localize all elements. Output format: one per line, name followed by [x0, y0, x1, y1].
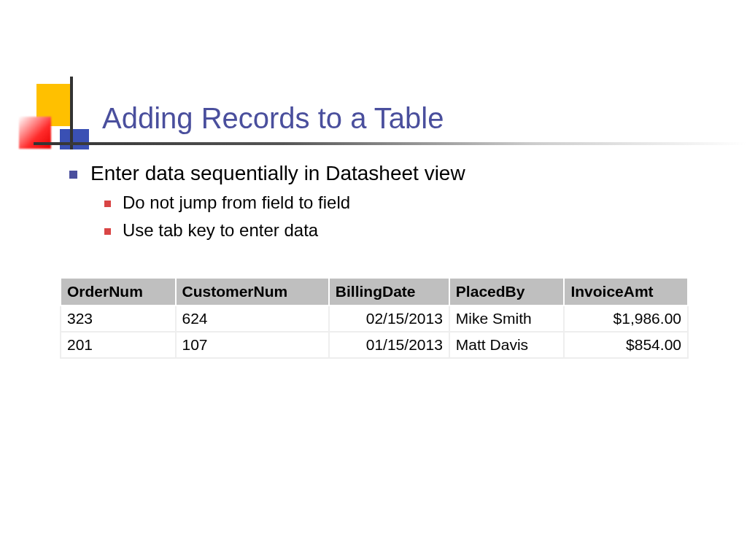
- col-invoiceamt: InvoiceAmt: [564, 278, 688, 306]
- slide-corner-decoration: [15, 77, 102, 149]
- col-placedby: PlacedBy: [449, 278, 565, 306]
- slide-title: Adding Records to a Table: [102, 102, 444, 135]
- cell-invoiceamt: $1,986.00: [564, 306, 688, 332]
- bullet-square-icon: [104, 201, 111, 207]
- cell-placedby: Matt Davis: [449, 332, 565, 358]
- col-ordernum: OrderNum: [61, 278, 176, 306]
- table-header-row: OrderNum CustomerNum BillingDate PlacedB…: [61, 278, 688, 306]
- col-customernum: CustomerNum: [176, 278, 329, 306]
- table-row: 201 107 01/15/2013 Matt Davis $854.00: [61, 332, 688, 358]
- cell-ordernum: 201: [61, 332, 176, 358]
- cell-customernum: 624: [176, 306, 329, 332]
- cell-billingdate: 02/15/2013: [329, 306, 449, 332]
- horizontal-rule: [34, 142, 747, 145]
- cell-billingdate: 01/15/2013: [329, 332, 449, 358]
- table-row: 323 624 02/15/2013 Mike Smith $1,986.00: [61, 306, 688, 332]
- cell-customernum: 107: [176, 332, 329, 358]
- slide-body: Enter data sequentially in Datasheet vie…: [69, 162, 718, 248]
- bullet-level2: Use tab key to enter data: [104, 220, 718, 241]
- bullet-text: Use tab key to enter data: [123, 220, 318, 241]
- data-table: OrderNum CustomerNum BillingDate PlacedB…: [60, 277, 689, 359]
- cell-invoiceamt: $854.00: [564, 332, 688, 358]
- bullet-text: Do not jump from field to field: [123, 192, 350, 213]
- bullet-square-icon: [104, 228, 111, 235]
- bullet-level2: Do not jump from field to field: [104, 192, 718, 213]
- bullet-level1: Enter data sequentially in Datasheet vie…: [69, 162, 718, 185]
- cell-ordernum: 323: [61, 306, 176, 332]
- bullet-square-icon: [69, 171, 77, 179]
- col-billingdate: BillingDate: [329, 278, 449, 306]
- cell-placedby: Mike Smith: [449, 306, 565, 332]
- bullet-text: Enter data sequentially in Datasheet vie…: [90, 162, 465, 185]
